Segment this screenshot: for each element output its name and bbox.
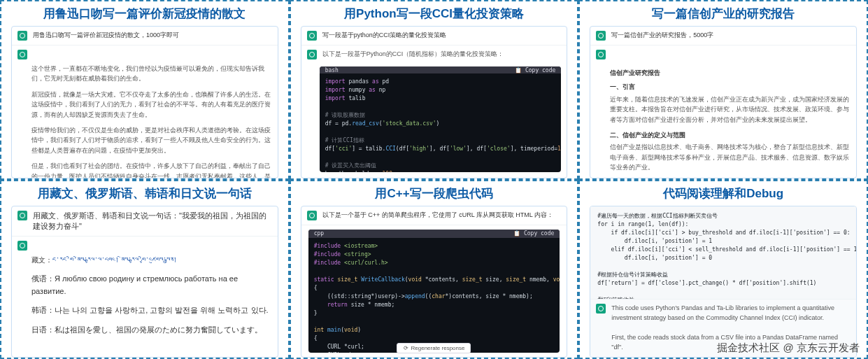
lang-line: 俄语：Я люблю свою родину и стремлюсь работ… [31, 273, 272, 297]
section-h: 二、信创产业的定义与范围 [610, 130, 851, 140]
cell-title: 用鲁迅口吻写一篇评价新冠疫情的散文 [11, 6, 278, 22]
prompt-row: 以下是一个基于 C++ 的简单爬虫程序，它使用了 cURL 库从网页获取 HTM… [301, 206, 567, 225]
doc-title: 信创产业研究报告 [610, 68, 851, 78]
prompt-text: 用藏文、俄罗斯语、韩语和日文说一句话："我爱我的祖国，为祖国的建设努力奋斗" [33, 211, 272, 232]
code-block: bash 📋 Copy code import pandas as pd imp… [320, 66, 562, 172]
code-body: #include <iostream> #include <string> #i… [308, 238, 560, 353]
cell-cpp-crawler: 用C++写一段爬虫代码 以下是一个基于 C++ 的简单爬虫程序，它使用了 cUR… [290, 180, 579, 360]
lang-line: 藏文：ང་རང་གི་མེས་རྒྱལ་ལ་དགའ། མེས་རྒྱལ་གྱི་… [31, 255, 272, 266]
code-header: bash 📋 Copy code [320, 66, 562, 73]
cell-title: 用藏文、俄罗斯语、韩语和日文说一句话 [11, 185, 278, 202]
prompt-row: 用鲁迅口吻写一篇评价新冠疫情的散文，1000字即可 [12, 27, 278, 45]
chat-card: 用藏文、俄罗斯语、韩语和日文说一句话："我爱我的祖国，为祖国的建设努力奋斗" 藏… [11, 206, 278, 358]
cell-code-debug: 代码阅读理解和Debug #遍历每一天的数据，根据CCI指标判断买卖信号 for… [578, 180, 868, 360]
section-p: 近年来，随着信息技术的飞速发展，信创产业正在成为新兴产业，成为国家经济发展的重要… [610, 94, 851, 125]
lang-line: 韩语：나는 나의 고향을 사랑하고, 고향의 발전을 위해 노력하고 있다. [31, 304, 272, 317]
user-icon [307, 31, 317, 41]
prompt-text: 写一段基于python的CCI策略的量化投资策略 [322, 31, 447, 40]
prompt-text: 用鲁迅口吻写一篇评价新冠疫情的散文，1000字即可 [33, 31, 179, 40]
cell-title: 用Python写一段CCI量化投资策略 [301, 6, 568, 22]
user-icon [307, 211, 317, 220]
chat-card: #遍历每一天的数据，根据CCI指标判断买卖信号 for i in range(1… [590, 206, 857, 358]
refresh-icon: ⟳ [404, 345, 408, 351]
chat-card: 以下是一个基于 C++ 的简单爬虫程序，它使用了 cURL 库从网页获取 HTM… [301, 206, 568, 358]
regenerate-button[interactable]: ⟳ Regenerate response [397, 343, 471, 353]
code-block: cpp 📋 Copy code #include <iostream> #inc… [308, 230, 560, 353]
answer-body: 信创产业研究报告 一、引言 近年来，随着信息技术的飞速发展，信创产业正在成为新兴… [590, 64, 856, 178]
answer-row [590, 45, 856, 64]
answer-body: 这个世界，一直都在不断地变化，我们曾经以为疫情最可以避免的，但现实却告诉我们，它… [12, 64, 278, 178]
code-lang-label: bash [325, 67, 339, 73]
examples-grid: 用鲁迅口吻写一篇评价新冠疫情的散文 用鲁迅口吻写一篇评价新冠疫情的散文，1000… [0, 0, 868, 359]
cell-multilang: 用藏文、俄罗斯语、韩语和日文说一句话 用藏文、俄罗斯语、韩语和日文说一句话："我… [0, 180, 290, 360]
prompt-row: 写一篇信创产业的研究报告，5000字 [590, 27, 856, 45]
chat-card: 写一篇信创产业的研究报告，5000字 信创产业研究报告 一、引言 近年来，随着信… [590, 26, 857, 178]
code-lang-label: cpp [314, 230, 324, 237]
cell-title: 用C++写一段爬虫代码 [301, 185, 568, 202]
cell-title: 写一篇信创产业的研究报告 [590, 6, 857, 22]
code-header: cpp 📋 Copy code [308, 230, 560, 239]
user-icon [17, 211, 27, 220]
ai-icon [17, 241, 27, 251]
answer-text: This code uses Python's Pandas and Ta-Li… [611, 304, 851, 353]
cell-xinchuang-report: 写一篇信创产业的研究报告 写一篇信创产业的研究报告，5000字 信创产业研究报告… [578, 0, 868, 180]
answer-row: 以下是一段基于Python的CCI（随机指标）策略的量化投资策略： [301, 45, 567, 64]
cell-luxun-essay: 用鲁迅口吻写一篇评价新冠疫情的散文 用鲁迅口吻写一篇评价新冠疫情的散文，1000… [0, 0, 290, 180]
prompt-row: 写一段基于python的CCI策略的量化投资策略 [301, 27, 567, 45]
copy-code-button[interactable]: 📋 Copy code [515, 67, 555, 73]
answer-row [12, 45, 278, 64]
ai-icon [596, 304, 606, 314]
answer-row [12, 237, 278, 255]
para: 新冠疫情，就像是一场大灾难。它不仅夺走了太多的生命，也唤醒了许多人的生活。在这场… [31, 90, 272, 120]
cell-title: 代码阅读理解和Debug [590, 185, 857, 202]
ai-icon [596, 50, 606, 59]
lang-line: 日语：私は祖国を愛し、祖国の発展のために努力奮闘しています。 [31, 324, 272, 337]
user-icon [17, 31, 27, 41]
chat-card: 用鲁迅口吻写一篇评价新冠疫情的散文，1000字即可 这个世界，一直都在不断地变化… [11, 26, 278, 178]
para: 疫情带给我们的，不仅仅是生命的威胁，更是对社会秩序和人类道德的考验。在这场疫情中… [31, 125, 272, 155]
para: 这个世界，一直都在不断地变化，我们曾经以为疫情最可以避免的，但现实却告诉我们，它… [31, 64, 272, 84]
lang-block: 藏文：ང་རང་གི་མེས་རྒྱལ་ལ་དགའ། མེས་རྒྱལ་གྱི་… [12, 255, 278, 349]
prompt-row: 用藏文、俄罗斯语、韩语和日文说一句话："我爱我的祖国，为祖国的建设努力奋斗" [12, 206, 278, 237]
answer-row: This code uses Python's Pandas and Ta-Li… [590, 299, 856, 357]
prompt-text: 写一篇信创产业的研究报告，5000字 [611, 31, 713, 40]
code-body: import pandas as pd import numpy as np i… [320, 73, 562, 171]
ai-icon [17, 50, 27, 59]
section-p: 信创产业是指以信息技术、电子商务、网络技术等为核心，整合了新型信息技术、新型电子… [610, 142, 851, 172]
section-h: 一、引言 [610, 82, 851, 92]
copy-code-button[interactable]: 📋 Copy code [513, 230, 554, 237]
para: 但是，我们也看到了社会的团结。在疫情中，许多人放下了自己的利益，奉献出了自己的一… [31, 161, 272, 178]
chat-card: 写一段基于python的CCI策略的量化投资策略 以下是一段基于Python的C… [301, 26, 568, 178]
ai-icon [307, 50, 317, 59]
debug-code-block: #遍历每一天的数据，根据CCI指标判断买卖信号 for i in range(1… [590, 206, 856, 300]
cell-python-cci: 用Python写一段CCI量化投资策略 写一段基于python的CCI策略的量化… [290, 0, 579, 180]
answer-lead: 以下是一段基于Python的CCI（随机指标）策略的量化投资策略： [322, 50, 504, 59]
user-icon [596, 31, 606, 41]
prompt-text: 以下是一个基于 C++ 的简单爬虫程序，它使用了 cURL 库从网页获取 HTM… [322, 211, 553, 220]
